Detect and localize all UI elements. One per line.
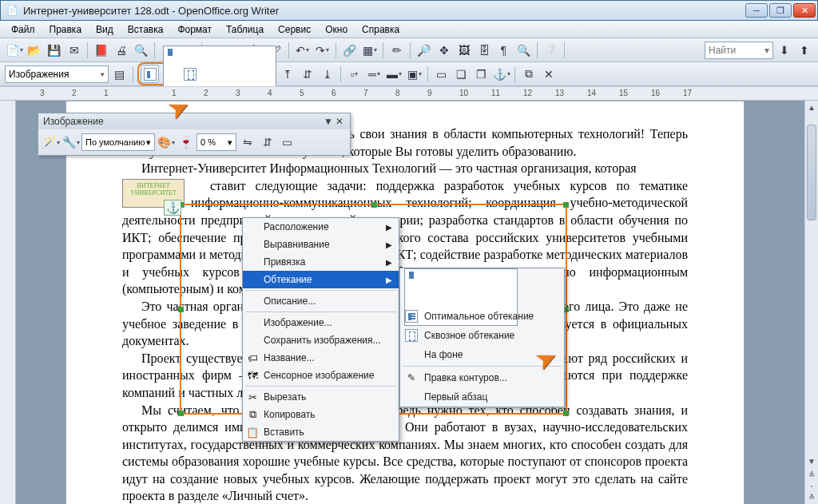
scroll-down-button[interactable]: ▼ — [805, 454, 818, 467]
minimize-button[interactable]: ─ — [745, 3, 768, 18]
unchain-button[interactable]: ✕ — [539, 65, 558, 83]
preview-button[interactable]: 🔍 — [132, 41, 150, 59]
menu-edit[interactable]: Правка — [43, 22, 89, 37]
border-color-button[interactable]: ▬ — [385, 65, 403, 83]
align-top-button[interactable]: ⤒ — [278, 65, 296, 83]
menu-format[interactable]: Формат — [171, 22, 218, 37]
menu-table[interactable]: Таблица — [220, 22, 270, 37]
email-button[interactable]: ✉ — [65, 41, 83, 59]
ctx-description[interactable]: Описание... — [243, 292, 399, 310]
toolbar-grip[interactable] — [564, 42, 565, 58]
separator — [410, 42, 411, 58]
menu-tools[interactable]: Сервис — [272, 22, 317, 37]
toolbar-dropdown-icon[interactable]: ▼ — [323, 116, 334, 127]
borders-button[interactable]: ▫ — [345, 65, 363, 83]
menu-file[interactable]: Файл — [5, 22, 42, 37]
ctx-caption[interactable]: 🏷Название... — [243, 349, 399, 367]
contour-icon: ✎ — [404, 371, 419, 384]
wrap-page[interactable]: Обтекание страницы — [400, 288, 564, 307]
navigator-button[interactable]: ✥ — [435, 41, 453, 59]
color-button[interactable]: 🎨 — [157, 133, 175, 152]
border-style-button[interactable]: ═ — [365, 65, 383, 83]
zoom-button[interactable]: 🔍 — [514, 41, 533, 59]
frame-props-button[interactable]: ▭ — [278, 133, 296, 152]
menu-view[interactable]: Вид — [89, 22, 120, 37]
scroll-up-button[interactable]: ▲ — [805, 101, 818, 113]
find-prev-button[interactable]: ⬆ — [795, 41, 813, 59]
show-draw-button[interactable]: ✏ — [387, 41, 406, 59]
align-vcenter-button[interactable]: ⇵ — [298, 65, 316, 83]
separator — [336, 42, 336, 58]
wrap-page-button[interactable] — [161, 65, 179, 83]
horizontal-ruler[interactable]: 3 2 1 1 2 3 4 5 6 7 8 9 10 11 12 13 14 1… — [0, 86, 818, 101]
transparency-combo[interactable]: 0 %▾ — [197, 133, 236, 151]
ctx-imagemap[interactable]: 🗺Сенсорное изображение — [243, 367, 399, 384]
export-pdf-button[interactable]: 📕 — [92, 41, 110, 59]
styles-button[interactable]: ▤ — [110, 65, 129, 83]
gallery-button[interactable]: 🖼 — [455, 41, 473, 59]
find-input[interactable]: Найти▾ — [705, 42, 773, 59]
find-next-button[interactable]: ⬇ — [775, 41, 793, 59]
menu-help[interactable]: Справка — [355, 22, 406, 37]
ctx-wrap[interactable]: Обтекание▶ — [243, 271, 399, 288]
close-button[interactable]: ✕ — [793, 3, 816, 18]
style-combo[interactable]: Изображения▾ — [5, 65, 109, 83]
ctx-arrange[interactable]: Расположение▶ — [243, 218, 399, 236]
ctx-copy[interactable]: ⧉Копировать — [243, 406, 399, 423]
frame-props-button[interactable]: ▭ — [432, 65, 451, 83]
ctx-anchor[interactable]: Привязка▶ — [243, 253, 399, 271]
separator — [245, 290, 396, 291]
wrap-off-button[interactable] — [141, 65, 159, 83]
nonprinting-button[interactable]: ¶ — [494, 41, 513, 59]
paste-icon: 📋 — [246, 427, 259, 439]
toolbar-close-icon[interactable]: ✕ — [334, 116, 345, 127]
flip-v-button[interactable]: ⇵ — [258, 133, 276, 152]
tag-icon: 🏷 — [246, 352, 259, 364]
paragraph: Мы считаем, что образование в первую оче… — [122, 402, 688, 505]
ctx-picture[interactable]: Изображение... — [243, 314, 399, 331]
new-button[interactable]: 📄 — [5, 41, 23, 59]
help-button[interactable]: ❔ — [542, 41, 560, 59]
menu-window[interactable]: Окно — [319, 22, 354, 37]
datasources-button[interactable]: 🗄 — [475, 41, 493, 59]
next-page-button[interactable]: ≛ — [805, 491, 818, 502]
maximize-button[interactable]: ❐ — [769, 3, 792, 18]
wrap-buttons-highlight — [137, 62, 202, 85]
graphics-mode-button[interactable]: 🔧 — [62, 133, 80, 152]
save-button[interactable]: 💾 — [45, 41, 63, 59]
send-back-button[interactable]: ❐ — [472, 65, 490, 83]
graphics-mode-combo[interactable]: По умолчанию▾ — [81, 133, 155, 151]
anchor-button[interactable]: ⚓ — [492, 65, 510, 83]
nav-button[interactable]: ◦ — [805, 480, 818, 491]
ctx-cut[interactable]: ✂Вырезать — [243, 388, 399, 406]
image-toolbar[interactable]: Изображение ▼ ✕ 🪄 🔧 По умолчанию▾ 🎨 🍷 0 … — [38, 113, 351, 156]
separator — [245, 386, 396, 387]
table-button[interactable]: ▦ — [360, 41, 379, 59]
align-bottom-button[interactable]: ⤓ — [318, 65, 336, 83]
bg-color-button[interactable]: ▣ — [405, 65, 423, 83]
redo-button[interactable]: ↷ — [313, 41, 332, 59]
vertical-ruler[interactable] — [0, 101, 16, 504]
ctx-save-graphics[interactable]: Сохранить изображения... — [243, 331, 399, 349]
bring-front-button[interactable]: ❏ — [452, 65, 471, 83]
image-toolbar-title-label: Изображение — [43, 116, 104, 127]
hyperlink-button[interactable]: 🔗 — [340, 41, 359, 59]
ctx-align[interactable]: Выравнивание▶ — [243, 236, 399, 253]
chain-frames-button[interactable]: ⧉ — [519, 65, 538, 83]
anchor-icon[interactable]: ⚓ — [164, 200, 181, 216]
flip-h-button[interactable]: ⇋ — [238, 133, 256, 152]
ctx-paste[interactable]: 📋Вставить — [243, 423, 399, 441]
menu-insert[interactable]: Вставка — [121, 22, 170, 37]
print-button[interactable]: 🖨 — [112, 41, 130, 59]
undo-button[interactable]: ↶ — [293, 41, 312, 59]
vertical-scrollbar[interactable]: ▲ ▼ ≜ ◦ ≛ — [804, 101, 818, 504]
prev-page-button[interactable]: ≜ — [805, 469, 818, 480]
find-replace-button[interactable]: 🔎 — [415, 41, 433, 59]
filter-button[interactable]: 🪄 — [42, 133, 60, 152]
scroll-thumb[interactable] — [807, 125, 816, 220]
wrap-optimal[interactable]: Оптимальное обтекание — [400, 307, 564, 326]
wrap-through[interactable]: Сквозное обтекание — [400, 326, 564, 345]
open-button[interactable]: 📂 — [25, 41, 43, 59]
standard-toolbar: 📄 📂 💾 ✉ 📕 🖨 🔍 ᴬᴮ ᴬᴮ ✂ ⧉ 📋 🖌 ↶ ↷ 🔗 ▦ ✏ 🔎 … — [0, 38, 818, 62]
wrap-first-paragraph[interactable]: Первый абзац — [400, 387, 564, 407]
